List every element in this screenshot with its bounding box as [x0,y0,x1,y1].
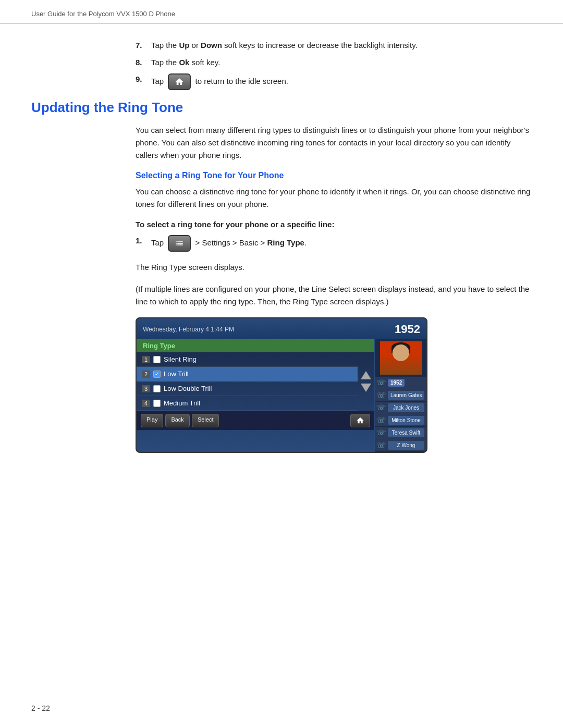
toolbar-home-icon [356,416,364,425]
toolbar-spacer [221,414,348,427]
contact-btn-zwong[interactable]: ☏ Z Wong [375,439,426,452]
step-7: 7. Tap the Up or Down soft keys to incre… [136,40,532,52]
contact-phone-icon-zwong: ☏ [377,441,386,450]
toolbar-select-btn[interactable]: Select [192,414,219,427]
ring-item-2-num: 2 [142,371,150,378]
ring-item-1[interactable]: 1 Silent Ring [137,352,358,367]
step-7-bold2: Down [201,41,222,50]
contact-btn-ext[interactable]: ☏ 1952 [375,377,426,389]
step-9: 9. Tap to return to the idle screen. [136,73,532,90]
contact-name-zwong: Z Wong [388,441,424,450]
step-1: 1. Tap > Settings > Basic > Ring Type. [136,235,532,252]
contact-name-jack: Jack Jones [388,403,424,412]
screen-body: Ring Type 1 Silent Ring [137,339,426,452]
toolbar-play-btn[interactable]: Play [141,414,163,427]
page: User Guide for the Polycom VVX 1500 D Ph… [0,0,563,728]
contact-name-lauren: Lauren Gates [388,391,424,400]
section-title: Updating the Ring Tone [31,100,532,116]
step-9-text: Tap to return to the idle screen. [151,73,532,90]
steps-top: 7. Tap the Up or Down soft keys to incre… [136,40,532,90]
header-text: User Guide for the Polycom VVX 1500 D Ph… [31,10,175,18]
contact-phone-icon-lauren: ☏ [377,391,386,400]
body-text-1: You can select from many different ring … [136,124,532,162]
step-note-2: (If multiple lines are configured on you… [136,283,532,308]
bold-instruction: To select a ring tone for your phone or … [136,220,532,229]
contact-phone-icon-jack: ☏ [377,403,386,412]
step-7-text: Tap the Up or Down soft keys to increase… [151,40,532,52]
contact-btn-lauren[interactable]: ☏ Lauren Gates [375,389,426,402]
toolbar-back-btn[interactable]: Back [165,414,189,427]
toolbar-home-btn[interactable] [350,414,370,427]
ring-item-2-label: Low Trill [164,370,352,378]
screen-datetime: Wednesday, February 4 1:44 PM [143,326,234,333]
ring-item-2[interactable]: 2 Low Trill [137,367,358,381]
menu-button-inline[interactable] [168,235,191,252]
contact-phone-icon-ext: ☏ [377,378,386,387]
step-note-1: The Ring Type screen displays. [136,261,532,274]
ring-item-4-check [153,400,161,407]
contact-btn-milton[interactable]: ☏ Milton Stone [375,414,426,427]
screen-container: Wednesday, February 4 1:44 PM 1952 Ring … [136,317,532,453]
step-8: 8. Tap the Ok soft key. [136,57,532,69]
page-footer: 2 - 22 [31,704,50,712]
avatar-face [393,344,409,361]
ring-item-2-check [153,371,161,378]
step-1-container: 1. Tap > Settings > Basic > Ring Type. [136,235,532,252]
main-content: 7. Tap the Up or Down soft keys to incre… [0,24,563,486]
page-header: User Guide for the Polycom VVX 1500 D Ph… [0,0,563,24]
ring-arrows-col [358,371,374,392]
home-icon [175,77,184,87]
step-9-num: 9. [136,73,151,90]
screen-extension: 1952 [395,323,420,336]
screen-topbar: Wednesday, February 4 1:44 PM 1952 [137,318,426,339]
body-text-2: You can choose a distinctive ring tone f… [136,186,532,211]
step-1-path: > Settings > Basic > Ring Type. [195,238,307,247]
step-1-text: Tap > Settings > Basic > Ring Type. [151,235,532,252]
ring-item-3-check [153,385,161,392]
ring-item-3-label: Low Double Trill [164,385,352,392]
ring-item-4[interactable]: 4 Medium Trill [137,396,358,411]
phone-screen: Wednesday, February 4 1:44 PM 1952 Ring … [136,317,427,453]
ring-item-3-num: 3 [142,385,150,392]
scroll-down-arrow[interactable] [361,384,371,392]
screen-toolbar: Play Back Select [137,411,374,430]
step-7-bold1: Up [179,41,189,50]
ring-items-row: 1 Silent Ring 2 Low Trill [137,352,374,411]
contact-avatar-photo [380,341,422,375]
contact-name-milton: Milton Stone [388,416,424,425]
step-8-text: Tap the Ok soft key. [151,57,532,69]
contact-phone-icon-teresa: ☏ [377,428,386,437]
ring-item-1-label: Silent Ring [164,355,352,363]
screen-main: Ring Type 1 Silent Ring [137,339,374,452]
scroll-up-arrow[interactable] [361,371,371,379]
sidebar-avatar-top [375,339,426,377]
contact-ext-label: 1952 [388,379,405,387]
ring-type-bar: Ring Type [137,339,374,352]
ring-item-3[interactable]: 3 Low Double Trill [137,381,358,396]
home-button-inline[interactable] [168,73,191,90]
ring-item-4-label: Medium Trill [164,399,352,407]
contact-btn-teresa[interactable]: ☏ Teresa Swift [375,427,426,439]
step-7-num: 7. [136,40,151,52]
screen-sidebar: ☏ 1952 ☏ Lauren Gates ☏ Jack Jones [374,339,426,452]
ring-item-1-check [153,356,161,363]
ring-item-4-num: 4 [142,400,150,407]
step-1-num: 1. [136,235,151,252]
menu-icon [175,239,184,248]
step-8-num: 8. [136,57,151,69]
contact-btn-jack[interactable]: ☏ Jack Jones [375,402,426,414]
contact-phone-icon-milton: ☏ [377,416,386,425]
contact-name-teresa: Teresa Swift [388,428,424,437]
ring-items-col: 1 Silent Ring 2 Low Trill [137,352,358,411]
subheading: Selecting a Ring Tone for Your Phone [136,171,532,180]
ring-type-label: Ring Type [143,342,175,350]
step-8-bold: Ok [179,58,189,67]
page-number: 2 - 22 [31,704,50,712]
ring-item-1-num: 1 [142,356,150,363]
